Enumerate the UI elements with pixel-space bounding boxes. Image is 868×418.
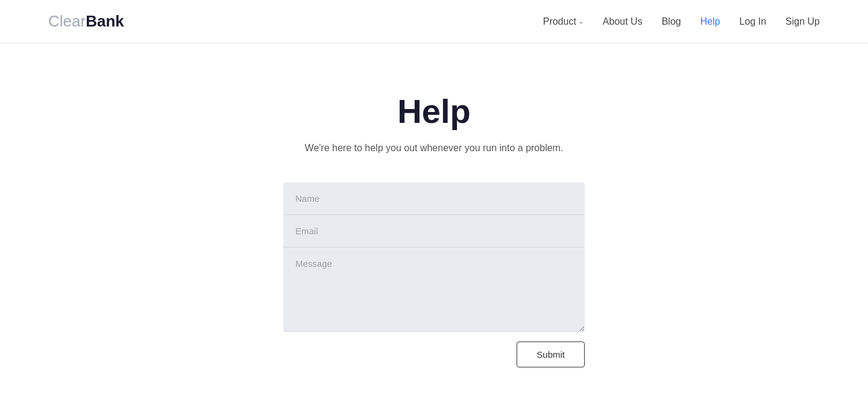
nav-item-help[interactable]: Help	[700, 16, 720, 27]
navbar: Clear Bank Product ⌄ About Us Blog Help …	[0, 0, 868, 43]
nav-about-link[interactable]: About Us	[603, 16, 643, 27]
nav-links: Product ⌄ About Us Blog Help Log In Sign…	[543, 16, 820, 27]
contact-form: Submit	[283, 182, 585, 367]
submit-button[interactable]: Submit	[517, 342, 585, 367]
nav-product-link[interactable]: Product	[543, 16, 576, 27]
nav-item-login[interactable]: Log In	[740, 16, 766, 27]
nav-help-link[interactable]: Help	[700, 16, 720, 27]
logo-bank: Bank	[86, 12, 124, 31]
nav-login-link[interactable]: Log In	[740, 16, 766, 27]
chevron-down-icon: ⌄	[579, 18, 583, 25]
nav-item-signup[interactable]: Sign Up	[785, 16, 820, 27]
nav-signup-link[interactable]: Sign Up	[785, 16, 820, 27]
logo[interactable]: Clear Bank	[48, 12, 124, 31]
email-input[interactable]	[283, 215, 585, 248]
nav-item-about[interactable]: About Us	[603, 16, 643, 27]
logo-clear: Clear	[48, 12, 86, 31]
nav-item-blog[interactable]: Blog	[662, 16, 681, 27]
main-content: Help We're here to help you out whenever…	[0, 43, 868, 367]
name-input[interactable]	[283, 182, 585, 215]
page-title: Help	[397, 92, 470, 131]
nav-blog-link[interactable]: Blog	[662, 16, 681, 27]
nav-item-product[interactable]: Product ⌄	[543, 16, 583, 27]
page-subtitle: We're here to help you out whenever you …	[305, 143, 564, 154]
form-actions: Submit	[283, 342, 585, 367]
message-textarea[interactable]	[283, 248, 585, 332]
